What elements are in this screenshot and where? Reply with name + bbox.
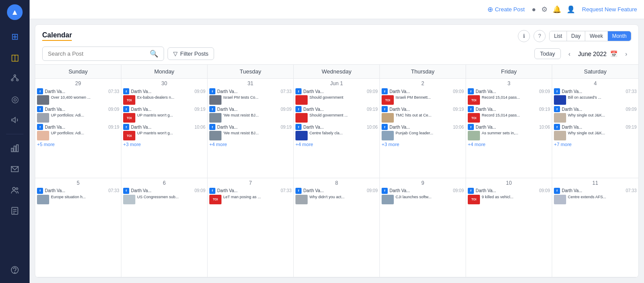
create-post-button[interactable]: ⊕ Create Post bbox=[487, 5, 525, 13]
list-item[interactable]: f Darth Va... 07:33 bbox=[37, 188, 119, 194]
list-item[interactable]: TMC hits out at Ce... bbox=[382, 113, 464, 123]
list-item[interactable]: f Darth Va... 09:09 bbox=[382, 88, 464, 94]
list-item[interactable]: Over 10,400 women ... bbox=[37, 95, 119, 105]
list-item[interactable]: f Darth Va... 09:19 bbox=[123, 106, 205, 112]
list-item[interactable]: Centre extends AFS... bbox=[554, 195, 637, 204]
sidebar-item-team[interactable] bbox=[6, 181, 23, 199]
list-item[interactable]: Why didn't you act... bbox=[295, 195, 378, 204]
svg-point-8 bbox=[13, 187, 15, 190]
sidebar-item-target[interactable]: ◎ bbox=[6, 90, 23, 108]
list-item[interactable]: f Darth Va... 09:19 bbox=[468, 106, 550, 112]
list-item[interactable]: f Darth Va... 09:19 bbox=[209, 124, 292, 130]
list-item[interactable]: Israel PM tests Co... bbox=[209, 95, 292, 105]
list-item[interactable]: US Congressmen sub... bbox=[123, 195, 205, 204]
list-item[interactable]: f Darth Va... 10:06 bbox=[382, 124, 464, 130]
list-item[interactable]: Bill on accused's ... bbox=[554, 95, 637, 105]
more-link[interactable]: +3 more bbox=[382, 142, 464, 147]
more-link[interactable]: +3 more bbox=[123, 142, 205, 147]
sidebar-item-megaphone[interactable] bbox=[6, 111, 23, 129]
list-item[interactable]: f Darth Va... 10:06 bbox=[295, 124, 378, 130]
list-item[interactable]: Should government bbox=[295, 95, 378, 105]
list-item[interactable]: UP portfolios: Adi... bbox=[37, 113, 119, 123]
list-item[interactable]: f Darth Va... 07:33 bbox=[554, 88, 637, 94]
list-item[interactable]: f Darth Va... 09:19 bbox=[295, 106, 378, 112]
request-feature-button[interactable]: Request New Feature bbox=[582, 6, 637, 13]
list-item[interactable]: Centre falsely cla... bbox=[295, 131, 378, 140]
calendar-icon[interactable]: 📅 bbox=[610, 50, 617, 57]
sidebar-item-analytics[interactable] bbox=[6, 140, 23, 157]
list-item[interactable]: f Darth Va... 10:06 bbox=[468, 124, 550, 130]
help-button[interactable]: ? bbox=[533, 30, 546, 42]
search-icon: 🔍 bbox=[150, 50, 158, 58]
bell-icon[interactable]: 🔔 bbox=[553, 5, 561, 13]
svg-point-1 bbox=[11, 79, 13, 81]
list-item[interactable]: f Darth Va... 07:33 bbox=[554, 188, 637, 194]
list-item[interactable]: f Darth Va... 09:19 bbox=[382, 106, 464, 112]
header-wednesday: Wednesday bbox=[294, 65, 380, 78]
today-button[interactable]: Today bbox=[534, 48, 561, 59]
list-item[interactable]: TOI Record 15,014 pass... bbox=[468, 95, 550, 105]
sidebar-item-inbox[interactable] bbox=[6, 160, 23, 178]
filter-button[interactable]: ▽ Filter Posts bbox=[168, 47, 214, 60]
search-bar[interactable]: 🔍 bbox=[42, 47, 164, 61]
sidebar-item-network[interactable] bbox=[6, 70, 23, 87]
list-item[interactable]: 'We must resist BJ... bbox=[209, 113, 292, 123]
list-item[interactable]: 'We must resist BJ... bbox=[209, 131, 292, 140]
sidebar-item-reports[interactable] bbox=[6, 202, 23, 220]
list-item[interactable]: f Darth Va... 09:09 bbox=[468, 88, 550, 94]
list-item[interactable]: TOI Israeli PM Bennett... bbox=[382, 95, 464, 105]
sidebar-item-support[interactable] bbox=[6, 261, 23, 279]
date-4: 4 bbox=[554, 80, 637, 87]
list-item[interactable]: f Darth Va... 09:09 bbox=[37, 106, 119, 112]
list-item[interactable]: f Darth Va... 09:09 bbox=[554, 106, 637, 112]
post-thumbnail bbox=[295, 113, 308, 123]
tab-month[interactable]: Month bbox=[608, 31, 631, 41]
list-item[interactable]: f Darth Va... 09:09 bbox=[209, 106, 292, 112]
more-link[interactable]: +4 more bbox=[209, 142, 292, 147]
list-item[interactable]: f Darth Va... 09:09 bbox=[468, 188, 550, 194]
list-item[interactable]: f Darth Va... 07:33 bbox=[209, 188, 292, 194]
fb-icon: f bbox=[468, 106, 474, 112]
more-link[interactable]: +5 more bbox=[37, 142, 119, 147]
list-item[interactable]: As summer sets in,... bbox=[468, 131, 550, 140]
sidebar-item-dashboard[interactable]: ⊞ bbox=[6, 28, 23, 45]
list-item[interactable]: Should government ... bbox=[295, 113, 378, 123]
list-item[interactable]: TOI UP mantris won't g... bbox=[123, 131, 205, 140]
list-item[interactable]: TOI UP mantris won't g... bbox=[123, 113, 205, 123]
list-item[interactable]: f Darth Va... 09:09 bbox=[382, 188, 464, 194]
list-item[interactable]: f Darth Va... 09:19 bbox=[37, 124, 119, 130]
list-item[interactable]: f Darth Va... 09:09 bbox=[123, 188, 205, 194]
list-item[interactable]: Why single out J&K... bbox=[554, 113, 637, 123]
list-item[interactable]: f Darth Va... 07:33 bbox=[209, 88, 292, 94]
list-item[interactable]: UP portfolios: Adi... bbox=[37, 131, 119, 140]
circle-icon[interactable]: ● bbox=[532, 6, 536, 13]
list-item[interactable]: f Darth Va... 09:09 bbox=[295, 188, 378, 194]
prev-month-button[interactable]: ‹ bbox=[564, 49, 575, 59]
list-item[interactable]: f Darth Va... 07:33 bbox=[37, 88, 119, 94]
list-item[interactable]: f Darth Va... 10:06 bbox=[123, 124, 205, 130]
more-link[interactable]: +4 more bbox=[468, 142, 550, 147]
list-item[interactable]: Punjab Cong leader... bbox=[382, 131, 464, 140]
list-item[interactable]: CJI launches softw... bbox=[382, 195, 464, 204]
list-item[interactable]: Why single out J&K... bbox=[554, 131, 637, 140]
sidebar-item-posts[interactable]: ◫ bbox=[6, 49, 23, 66]
gear-icon[interactable]: ⚙ bbox=[541, 5, 547, 13]
tab-list[interactable]: List bbox=[550, 31, 567, 41]
info-button[interactable]: ℹ bbox=[518, 30, 530, 42]
more-link[interactable]: +4 more bbox=[295, 142, 378, 147]
list-item[interactable]: TOI LeT man posing as ... bbox=[209, 195, 292, 204]
next-month-button[interactable]: › bbox=[621, 49, 631, 59]
more-link[interactable]: +7 more bbox=[554, 142, 637, 147]
list-item[interactable]: f Darth Va... 09:09 bbox=[295, 88, 378, 94]
sidebar-logo[interactable]: ▲ bbox=[7, 4, 23, 20]
tab-week[interactable]: Week bbox=[585, 31, 607, 41]
user-icon[interactable]: 👤 bbox=[567, 5, 575, 13]
list-item[interactable]: Europe situation h... bbox=[37, 195, 119, 204]
tab-day[interactable]: Day bbox=[567, 31, 585, 41]
list-item[interactable]: f Darth Va... 09:09 bbox=[123, 88, 205, 94]
list-item[interactable]: TOI Record 15,014 pass... bbox=[468, 113, 550, 123]
list-item[interactable]: TOI 9 killed as vehicl... bbox=[468, 195, 550, 204]
search-input[interactable] bbox=[48, 50, 146, 57]
list-item[interactable]: f Darth Va... 09:19 bbox=[554, 124, 637, 130]
list-item[interactable]: TOI Ex-babus-dealers n... bbox=[123, 95, 205, 105]
